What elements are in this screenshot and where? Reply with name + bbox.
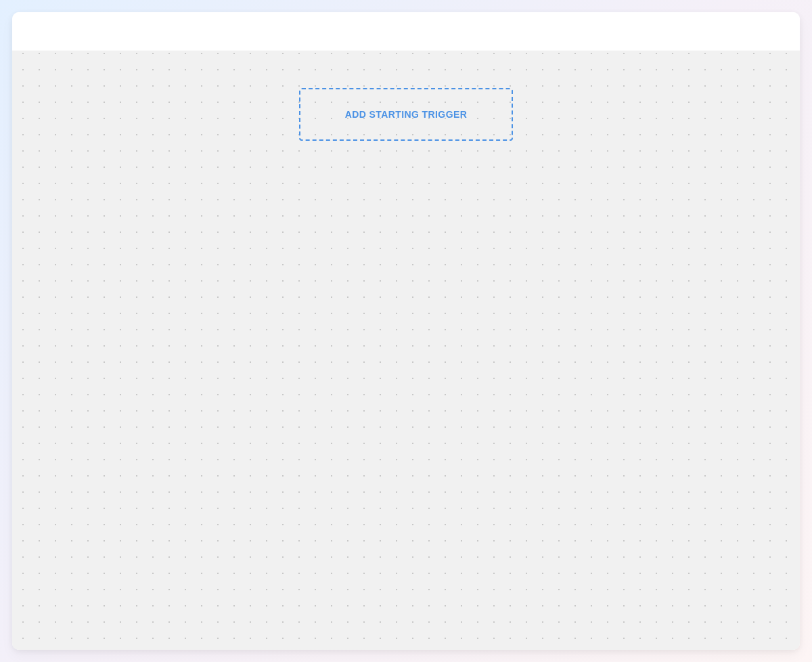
add-starting-trigger-button[interactable]: ADD STARTING TRIGGER [299,88,513,141]
trigger-button-label: ADD STARTING TRIGGER [345,109,467,120]
workflow-canvas[interactable]: ADD STARTING TRIGGER [12,51,800,650]
workflow-card: ADD STARTING TRIGGER [12,12,800,650]
card-header [12,12,800,51]
